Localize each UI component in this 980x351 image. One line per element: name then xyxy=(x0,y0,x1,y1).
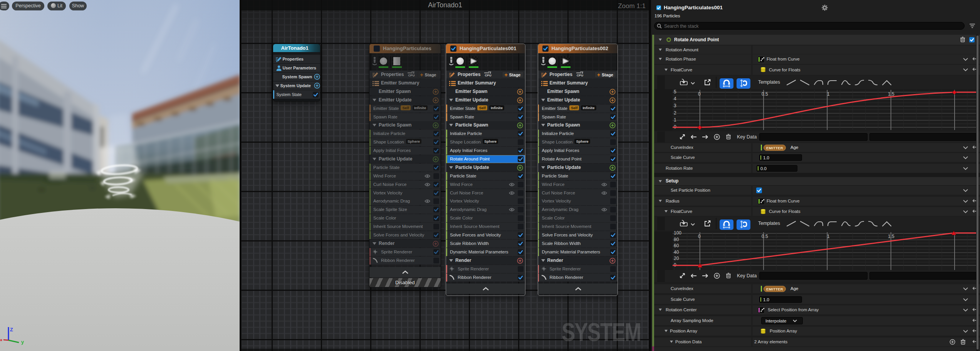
svg-text:y: y xyxy=(21,339,24,345)
svg-text:Z: Z xyxy=(10,327,13,332)
svg-text:*: * xyxy=(0,338,2,344)
